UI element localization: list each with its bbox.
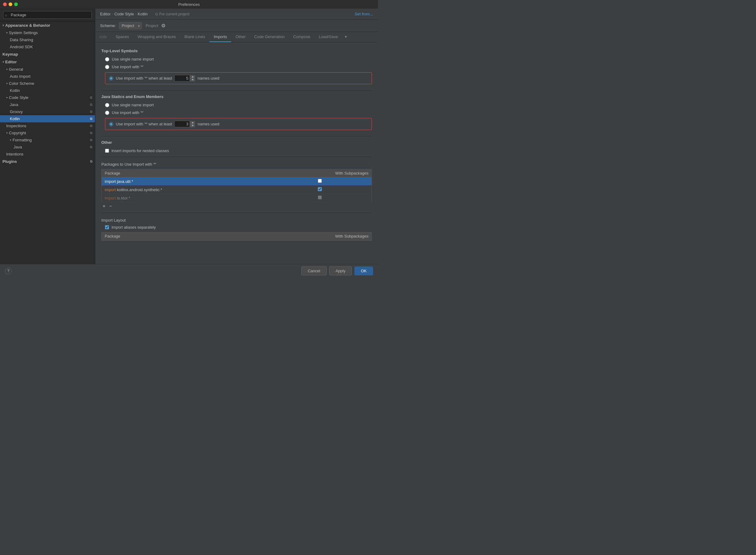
subpackages-cell xyxy=(268,185,372,194)
radio-js-star-least[interactable] xyxy=(109,122,113,126)
scheme-gear-button[interactable]: ⚙ xyxy=(161,23,166,29)
sidebar-item-general[interactable]: ▾ General xyxy=(0,66,95,73)
sidebar-item-copyright[interactable]: ▾ Copyright ⧉ xyxy=(0,129,95,136)
packages-section: Packages to Use Import with '*' Package … xyxy=(101,162,372,209)
apply-button[interactable]: Apply xyxy=(329,266,352,275)
insert-imports-nested-checkbox[interactable] xyxy=(105,149,109,153)
table-row[interactable]: import java.util.* xyxy=(102,177,372,185)
subpackages-checkbox[interactable] xyxy=(318,187,322,191)
tab-blank-lines[interactable]: Blank Lines xyxy=(180,32,209,42)
maximize-button[interactable] xyxy=(14,2,18,6)
radio-tls-star[interactable] xyxy=(105,65,109,69)
radio-label-tls-star-least: Use import with '*' when at least xyxy=(116,76,172,81)
copy-icon: ⧉ xyxy=(90,110,92,114)
copy-icon: ⧉ xyxy=(90,160,92,164)
bottom-col2: With Subpackages xyxy=(335,234,369,239)
tls-spinner: ▲ ▼ xyxy=(175,75,195,81)
radio-js-star[interactable] xyxy=(105,111,109,115)
sidebar-item-appearance-behavior[interactable]: ▾ Appearance & Behavior xyxy=(0,22,95,29)
project-icon: ⊙ xyxy=(155,12,158,16)
table-row[interactable]: import io.ktor.* xyxy=(102,194,372,202)
help-button[interactable]: ? xyxy=(5,268,12,274)
radio-js-single[interactable] xyxy=(105,103,109,107)
sidebar-item-label: General xyxy=(9,67,23,72)
chevron-down-icon: ▾ xyxy=(2,60,4,63)
chevron-down-icon: ▾ xyxy=(6,31,8,34)
import-aliases-label: Import aliases separately xyxy=(111,225,156,229)
import-layout-title: Import Layout xyxy=(101,218,372,222)
tls-spinner-input[interactable] xyxy=(175,75,190,81)
search-input[interactable] xyxy=(3,11,92,19)
tls-spinner-down[interactable]: ▼ xyxy=(190,78,195,81)
sidebar-item-label: Code Style xyxy=(9,95,29,100)
bottom-col1: Package xyxy=(105,234,121,239)
ok-button[interactable]: OK xyxy=(355,266,373,275)
tab-more-icon[interactable]: ▾ xyxy=(342,32,349,42)
sidebar-item-kotlin-color[interactable]: Kotlin xyxy=(0,87,95,94)
set-from-button[interactable]: Set from... xyxy=(355,12,373,16)
tab-imports[interactable]: Imports xyxy=(209,32,231,42)
breadcrumb-sep: › xyxy=(112,12,113,16)
minimize-button[interactable] xyxy=(9,2,12,6)
sidebar-item-editor[interactable]: ▾ Editor xyxy=(0,58,95,66)
tab-wrapping[interactable]: Wrapping and Braces xyxy=(133,32,180,42)
sidebar-item-formatting[interactable]: ▾ Formatting ⧉ xyxy=(0,136,95,143)
bottom-table: Package With Subpackages xyxy=(101,232,372,241)
sidebar-item-system-settings[interactable]: ▾ System Settings xyxy=(0,29,95,36)
subpackages-checkbox[interactable] xyxy=(318,179,322,183)
divider-1 xyxy=(101,90,372,91)
insert-imports-nested-label: Insert imports for nested classes xyxy=(111,148,169,153)
sidebar-item-data-sharing[interactable]: Data Sharing xyxy=(0,36,95,43)
radio-tls-single[interactable] xyxy=(105,57,109,61)
import-keyword: import xyxy=(105,187,117,192)
breadcrumb-code-style: Code Style xyxy=(114,12,134,16)
main-content: Top-Level Symbols Use single name import… xyxy=(95,42,378,264)
add-package-button[interactable]: + xyxy=(101,204,106,209)
top-level-symbols-group: Use single name import Use import with '… xyxy=(105,57,372,85)
tls-spinner-up[interactable]: ▲ xyxy=(190,75,195,78)
search-icon: ⌕ xyxy=(5,13,7,17)
sidebar-item-intentions[interactable]: Intentions xyxy=(0,151,95,158)
js-spinner-down[interactable]: ▼ xyxy=(190,124,195,127)
tab-load-save[interactable]: Load/Save xyxy=(315,32,342,42)
js-spinner-input[interactable] xyxy=(175,121,190,127)
java-statics-title: Java Statics and Enum Members xyxy=(101,94,372,99)
tab-spaces[interactable]: Spaces xyxy=(111,32,133,42)
content-area: Editor › Code Style › Kotlin ⊙ For curre… xyxy=(95,9,378,264)
tls-suffix: names used xyxy=(197,76,219,81)
scheme-select[interactable]: Project xyxy=(119,22,142,29)
subpackages-checkbox[interactable] xyxy=(318,196,322,200)
close-button[interactable] xyxy=(3,2,7,6)
import-aliases-checkbox[interactable] xyxy=(105,225,109,229)
sidebar-item-label: Editor xyxy=(5,59,17,64)
sidebar-item-groovy[interactable]: Groovy ⧉ xyxy=(0,108,95,115)
sidebar-item-java[interactable]: Java ⧉ xyxy=(0,101,95,108)
sidebar-item-keymap[interactable]: Keymap xyxy=(0,50,95,58)
package-cell: import java.util.* xyxy=(102,177,268,185)
tab-compose[interactable]: Compose xyxy=(289,32,315,42)
sidebar-item-kotlin[interactable]: Kotlin ⧉ xyxy=(0,115,95,122)
java-statics-group: Use single name import Use import with '… xyxy=(105,103,372,131)
tab-other[interactable]: Other xyxy=(231,32,250,42)
cancel-button[interactable]: Cancel xyxy=(301,266,326,275)
sidebar-item-label: Appearance & Behavior xyxy=(5,23,50,28)
radio-tls-star-least[interactable] xyxy=(109,76,113,81)
sidebar-item-plugins[interactable]: Plugins ⧉ xyxy=(0,158,95,165)
title-bar: Preferences xyxy=(0,0,378,9)
sidebar-item-inspections[interactable]: Inspections ⧉ xyxy=(0,122,95,129)
tab-code-generation[interactable]: Code Generation xyxy=(250,32,289,42)
table-row[interactable]: import kotlinx.android.synthetic.* xyxy=(102,185,372,194)
sidebar-item-label: Java xyxy=(10,102,18,107)
sidebar-item-auto-import[interactable]: Auto Import xyxy=(0,73,95,80)
remove-package-button[interactable]: − xyxy=(108,204,113,209)
sidebar-item-code-style[interactable]: ▾ Code Style ⧉ xyxy=(0,94,95,101)
sidebar-item-color-scheme[interactable]: ▾ Color Scheme xyxy=(0,80,95,87)
copy-icon: ⧉ xyxy=(90,138,92,142)
sidebar-item-java-formatting[interactable]: Java ⧉ xyxy=(0,143,95,151)
sidebar-item-label: Auto Import xyxy=(10,74,31,79)
js-spinner: ▲ ▼ xyxy=(175,121,195,127)
js-spinner-up[interactable]: ▲ xyxy=(190,121,195,124)
js-spinner-btns: ▲ ▼ xyxy=(190,121,195,127)
tab-ents[interactable]: ents xyxy=(95,32,111,42)
sidebar-item-android-sdk[interactable]: Android SDK xyxy=(0,43,95,50)
